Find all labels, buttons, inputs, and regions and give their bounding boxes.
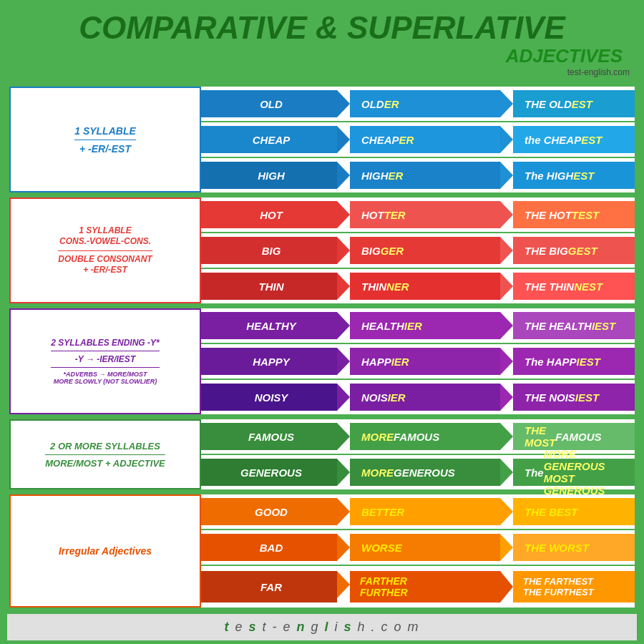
sup-hot: THE HOTTEST: [513, 201, 635, 228]
sup-famous: THEMOST FAMOUS: [513, 423, 635, 450]
label-irregular: Irregular Adjectives: [59, 545, 152, 557]
sup-big: THE BIGGEST: [513, 237, 635, 264]
left-label-one-syllable: 1 SYLLABLE + -ER/-EST: [9, 87, 201, 192]
arrow-row-bad: BAD WORSE THE WORST: [201, 530, 635, 565]
base-noisy: NOISY: [201, 384, 337, 411]
comp-thin: THINNER: [350, 273, 500, 300]
arrow-row-healthy: HEALTHY HEALTHIER THE HEALTHIEST: [201, 308, 635, 343]
comp-famous: MORE FAMOUS: [350, 423, 500, 450]
main-table: 1 SYLLABLE + -ER/-EST OLD OLDER THE OLDE…: [7, 84, 637, 610]
base-high: HIGH: [201, 162, 337, 189]
label-cons2: DOUBLE CONSONANT+ -ER/-EST: [58, 254, 152, 276]
comp-hot: HOTTER: [350, 201, 500, 228]
footer: t e s t - e n g l i s h . c o m: [7, 614, 637, 640]
base-good: GOOD: [201, 498, 337, 525]
title-area: COMPARATIVE & SUPERLATIVE ADJECTIVES tes…: [7, 7, 637, 79]
base-cheap: CHEAP: [201, 126, 337, 153]
comp-far: FARTHER FURTHER: [350, 571, 500, 602]
sup-good: THE BEST: [513, 498, 635, 525]
base-healthy: HEALTHY: [201, 312, 337, 339]
comp-good: BETTER: [350, 498, 500, 525]
base-big: BIG: [201, 237, 337, 264]
base-hot: HOT: [201, 201, 337, 228]
comp-noisy: NOISIER: [350, 384, 500, 411]
section-irregular: Irregular Adjectives GOOD BETTER THE BES…: [9, 494, 635, 608]
comp-old: OLDER: [350, 90, 500, 117]
rows-irregular: GOOD BETTER THE BEST BAD WORSE THE WORST: [201, 494, 635, 608]
rows-cons: HOT HOTTER THE HOTTEST BIG BIGGER THE BI…: [201, 197, 635, 303]
comp-happy: HAPPIER: [350, 348, 500, 375]
comp-far-2: FURTHER: [360, 587, 408, 598]
rows-more-syl: FAMOUS MORE FAMOUS THEMOST FAMOUS GENERO…: [201, 419, 635, 489]
main-title: COMPARATIVE & SUPERLATIVE: [7, 11, 637, 45]
sup-cheap: the CHEAPEST: [513, 126, 635, 153]
comp-healthy: HEALTHIER: [350, 312, 500, 339]
comp-high: HIGHER: [350, 162, 500, 189]
arrow-row-thin: THIN THINNER THE THINNEST: [201, 269, 635, 303]
base-bad: BAD: [201, 534, 337, 561]
footer-text: t e s t - e n g l i s h . c o m: [224, 620, 419, 634]
arrow-row-good: GOOD BETTER THE BEST: [201, 494, 635, 529]
label-2syl-note: *ADVERBS → MORE/MOSTMORE SLOWLY (NOT SLO…: [51, 371, 159, 385]
comp-far-1: FARTHER: [360, 575, 407, 587]
label-2syl-rule: -Y → -IER/IEST: [51, 354, 159, 364]
sup-far-2: THE FURTHEST: [523, 587, 594, 597]
base-thin: THIN: [201, 273, 337, 300]
sup-noisy: THE NOISIEST: [513, 384, 635, 411]
left-label-more-syl: 2 OR MORE SYLLABLES MORE/MOST + ADJECTIV…: [9, 419, 201, 489]
label-more-syl2: MORE/MOST + ADJECTIVE: [45, 458, 165, 469]
arrow-row-old: OLD OLDER THE OLDEST: [201, 87, 635, 121]
arrow-row-noisy: NOISY NOISIER THE NOISIEST: [201, 380, 635, 414]
left-label-2syl: 2 SYLLABLES ENDING -Y* -Y → -IER/IEST *A…: [9, 308, 201, 414]
sup-healthy: THE HEALTHIEST: [513, 312, 635, 339]
main-card: COMPARATIVE & SUPERLATIVE ADJECTIVES tes…: [0, 0, 644, 644]
label-cons1: 1 SYLLABLECONS.-VOWEL-CONS.: [58, 225, 152, 248]
arrow-row-cheap: CHEAP CHEAPER the CHEAPEST: [201, 122, 635, 157]
comp-bad: WORSE: [350, 534, 500, 561]
sup-far: THE FARTHEST THE FURTHEST: [513, 571, 635, 602]
section-cons-vowel: 1 SYLLABLECONS.-VOWEL-CONS. DOUBLE CONSO…: [9, 197, 635, 306]
sub-title: ADJECTIVES: [7, 45, 623, 67]
arrow-row-high: HIGH HIGHER The HIGHEST: [201, 158, 635, 192]
arrow-row-hot: HOT HOTTER THE HOTTEST: [201, 197, 635, 232]
sup-far-1: THE FARTHEST: [523, 576, 593, 587]
comp-generous: MORE GENEROUS: [350, 459, 500, 486]
sup-thin: THE THINNEST: [513, 273, 635, 300]
rows-2syl: HEALTHY HEALTHIER THE HEALTHIEST HAPPY H…: [201, 308, 635, 414]
label-more-syl1: 2 OR MORE SYLLABLES: [45, 441, 165, 452]
base-happy: HAPPY: [201, 348, 337, 375]
section-two-syl-y: 2 SYLLABLES ENDING -Y* -Y → -IER/IEST *A…: [9, 308, 635, 416]
arrow-row-generous: GENEROUS MORE GENEROUS The MORE GENEROUS…: [201, 455, 635, 489]
sup-happy: The HAPPIEST: [513, 348, 635, 375]
base-famous: FAMOUS: [201, 423, 337, 450]
sup-bad: THE WORST: [513, 534, 635, 561]
comp-big: BIGGER: [350, 237, 500, 264]
sup-generous: The MORE GENEROUS MOST GENEROUS: [513, 459, 635, 486]
section-more-syl: 2 OR MORE SYLLABLES MORE/MOST + ADJECTIV…: [9, 419, 635, 492]
comp-cheap: CHEAPER: [350, 126, 500, 153]
base-old: OLD: [201, 90, 337, 117]
sup-old: THE OLDEST: [513, 90, 635, 117]
label-2syl-title: 2 SYLLABLES ENDING -Y*: [51, 338, 159, 348]
rows-one-syllable: OLD OLDER THE OLDEST CHEAP CHEAPER the C…: [201, 87, 635, 192]
arrow-row-far: FAR FARTHER FURTHER THE FARTHEST THE FUR…: [201, 566, 635, 608]
left-label-irregular: Irregular Adjectives: [9, 494, 201, 608]
label-1syl: 1 SYLLABLE: [74, 125, 136, 137]
arrow-row-big: BIG BIGGER THE BIGGEST: [201, 233, 635, 268]
base-far: FAR: [201, 571, 337, 602]
section-one-syllable: 1 SYLLABLE + -ER/-EST OLD OLDER THE OLDE…: [9, 87, 635, 195]
label-ER-EST: + -ER/-EST: [74, 143, 136, 155]
sup-high: The HIGHEST: [513, 162, 635, 189]
base-generous: GENEROUS: [201, 459, 337, 486]
arrow-row-happy: HAPPY HAPPIER The HAPPIEST: [201, 344, 635, 379]
left-label-cons: 1 SYLLABLECONS.-VOWEL-CONS. DOUBLE CONSO…: [9, 197, 201, 303]
website-top: test-english.com: [7, 67, 630, 77]
